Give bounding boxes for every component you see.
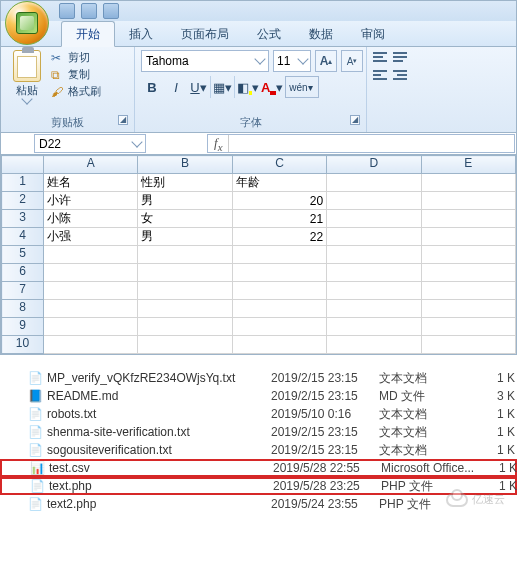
align-top-button[interactable] (373, 50, 391, 64)
cell[interactable] (421, 228, 515, 246)
tab-data[interactable]: 数据 (295, 22, 347, 46)
cell[interactable] (421, 210, 515, 228)
row-header[interactable]: 1 (2, 174, 44, 192)
grow-font-button[interactable]: A▴ (315, 50, 337, 72)
cell[interactable]: 小陈 (43, 210, 137, 228)
col-header-D[interactable]: D (327, 156, 421, 174)
cell[interactable] (43, 264, 137, 282)
worksheet-grid[interactable]: A B C D E 1姓名性别年龄2小许男203小陈女214小强男2256789… (1, 155, 516, 354)
cell[interactable] (232, 264, 326, 282)
tab-home[interactable]: 开始 (61, 21, 115, 47)
row-header[interactable]: 7 (2, 282, 44, 300)
col-header-A[interactable]: A (43, 156, 137, 174)
cell[interactable]: 姓名 (43, 174, 137, 192)
qat-save-icon[interactable] (59, 3, 75, 19)
row-header[interactable]: 10 (2, 336, 44, 354)
phonetic-button[interactable]: wén▾ (285, 76, 319, 98)
name-box[interactable]: D22 (34, 134, 146, 153)
fx-icon[interactable]: fx (208, 135, 229, 153)
bold-button[interactable]: B (141, 76, 163, 98)
cell[interactable] (421, 246, 515, 264)
file-row[interactable]: 📄sogousiteverification.txt2019/2/15 23:1… (0, 441, 517, 459)
office-button[interactable] (5, 1, 49, 45)
cell[interactable] (138, 336, 232, 354)
cell[interactable] (232, 246, 326, 264)
align-center-button[interactable] (393, 68, 411, 82)
fill-color-button[interactable]: ◧▾ (237, 76, 259, 98)
tab-formulas[interactable]: 公式 (243, 22, 295, 46)
cell[interactable] (421, 174, 515, 192)
cell[interactable] (138, 300, 232, 318)
cell[interactable]: 22 (232, 228, 326, 246)
cell[interactable] (138, 264, 232, 282)
format-painter-button[interactable]: 🖌 格式刷 (51, 84, 101, 99)
cell[interactable] (327, 264, 421, 282)
row-header[interactable]: 9 (2, 318, 44, 336)
clipboard-dialog-launcher[interactable]: ◢ (118, 115, 128, 125)
row-header[interactable]: 6 (2, 264, 44, 282)
cell[interactable] (327, 300, 421, 318)
cell[interactable]: 小强 (43, 228, 137, 246)
cell[interactable] (327, 246, 421, 264)
cell[interactable] (421, 192, 515, 210)
cell[interactable] (327, 210, 421, 228)
col-header-C[interactable]: C (232, 156, 326, 174)
cell[interactable]: 20 (232, 192, 326, 210)
cell[interactable]: 性别 (138, 174, 232, 192)
cell[interactable] (327, 318, 421, 336)
cell[interactable]: 21 (232, 210, 326, 228)
col-header-B[interactable]: B (138, 156, 232, 174)
cell[interactable]: 年龄 (232, 174, 326, 192)
cell[interactable] (421, 282, 515, 300)
underline-button[interactable]: U▾ (189, 76, 211, 98)
file-row[interactable]: 📄text2.php2019/5/24 23:55PHP 文件 (0, 495, 517, 513)
tab-insert[interactable]: 插入 (115, 22, 167, 46)
cell[interactable]: 男 (138, 192, 232, 210)
cell[interactable] (421, 264, 515, 282)
font-family-selector[interactable]: Tahoma (141, 50, 269, 72)
cell[interactable] (327, 228, 421, 246)
cell[interactable] (421, 318, 515, 336)
tab-page-layout[interactable]: 页面布局 (167, 22, 243, 46)
cell[interactable] (138, 246, 232, 264)
font-size-selector[interactable]: 11 (273, 50, 311, 72)
cell[interactable]: 女 (138, 210, 232, 228)
file-row[interactable]: 📊test.csv2019/5/28 22:55Microsoft Office… (0, 459, 517, 477)
cell[interactable] (232, 300, 326, 318)
qat-redo-icon[interactable] (103, 3, 119, 19)
cell[interactable] (43, 282, 137, 300)
file-row[interactable]: 📄robots.txt2019/5/10 0:16文本文档1 K (0, 405, 517, 423)
row-header[interactable]: 4 (2, 228, 44, 246)
italic-button[interactable]: I (165, 76, 187, 98)
file-row[interactable]: 📄shenma-site-verification.txt2019/2/15 2… (0, 423, 517, 441)
row-header[interactable]: 3 (2, 210, 44, 228)
cut-button[interactable]: ✂ 剪切 (51, 50, 101, 65)
cell[interactable] (327, 336, 421, 354)
paste-button[interactable]: 粘贴 (7, 50, 47, 103)
cell[interactable] (43, 246, 137, 264)
tab-review[interactable]: 审阅 (347, 22, 399, 46)
select-all-corner[interactable] (2, 156, 44, 174)
cell[interactable] (327, 174, 421, 192)
shrink-font-button[interactable]: A▾ (341, 50, 363, 72)
cell[interactable] (43, 336, 137, 354)
cell[interactable] (232, 318, 326, 336)
row-header[interactable]: 5 (2, 246, 44, 264)
formula-bar[interactable]: fx (207, 134, 515, 153)
cell[interactable] (43, 300, 137, 318)
cell[interactable] (327, 192, 421, 210)
cell[interactable] (421, 336, 515, 354)
cell[interactable]: 男 (138, 228, 232, 246)
cell[interactable] (327, 282, 421, 300)
file-row[interactable]: 📘README.md2019/2/15 23:15MD 文件3 K (0, 387, 517, 405)
align-left-button[interactable] (373, 68, 391, 82)
cell[interactable]: 小许 (43, 192, 137, 210)
cell[interactable] (421, 300, 515, 318)
cell[interactable] (43, 318, 137, 336)
col-header-E[interactable]: E (421, 156, 515, 174)
row-header[interactable]: 8 (2, 300, 44, 318)
cell[interactable] (138, 318, 232, 336)
qat-undo-icon[interactable] (81, 3, 97, 19)
cell[interactable] (138, 282, 232, 300)
file-row[interactable]: 📄MP_verify_vQKfzRE234OWjsYq.txt2019/2/15… (0, 369, 517, 387)
